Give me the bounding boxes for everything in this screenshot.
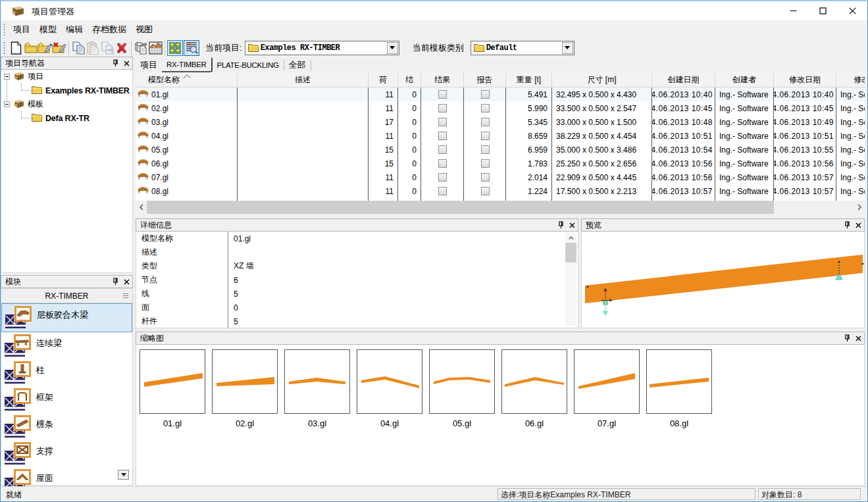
scroll-left-arrow[interactable] xyxy=(136,201,147,214)
column-header-weight[interactable]: 重量 [t] xyxy=(506,72,552,87)
thumbnails-view-toggle[interactable] xyxy=(167,40,183,56)
close-button[interactable] xyxy=(838,1,867,20)
close-panel-icon[interactable] xyxy=(569,222,575,228)
report-checkbox[interactable] xyxy=(481,132,490,140)
menu-item-5[interactable]: 视图 xyxy=(131,21,157,38)
menu-item-1[interactable]: 项目 xyxy=(9,21,35,38)
tree-leaf-1-1[interactable]: Examples RX-TIMBER xyxy=(28,84,132,97)
results-checkbox[interactable] xyxy=(438,173,447,182)
column-header-created[interactable]: 创建日期 xyxy=(652,72,715,87)
column-header-report[interactable]: 报告 xyxy=(464,72,506,87)
results-checkbox[interactable] xyxy=(438,104,447,113)
menubar-grip[interactable] xyxy=(3,22,6,37)
menu-item-4[interactable]: 存档数据 xyxy=(88,21,131,38)
report-checkbox[interactable] xyxy=(481,173,490,182)
table-row-08.gl[interactable]: 08.gl1101.22417.500 x 0.500 x 2.21314.06… xyxy=(136,184,865,198)
tab-全部[interactable]: 全部 xyxy=(284,57,311,72)
tree-leaf-2-1[interactable]: Defa RX-TR xyxy=(28,111,132,125)
report-checkbox[interactable] xyxy=(481,145,490,154)
delete-button[interactable] xyxy=(115,40,129,56)
details-scrollbar[interactable] xyxy=(565,232,576,326)
thumbnail-08.gl[interactable]: 08.gl xyxy=(646,349,712,428)
details-view-toggle[interactable] xyxy=(184,40,199,56)
picture-table-button[interactable] xyxy=(148,40,163,56)
module-item-1[interactable]: 层板胶合木梁 xyxy=(1,303,132,332)
results-checkbox[interactable] xyxy=(438,132,447,140)
column-header-size[interactable]: 尺寸 [m] xyxy=(552,72,652,87)
close-panel-icon[interactable] xyxy=(855,336,861,341)
report-checkbox[interactable] xyxy=(481,159,490,168)
tree-collapse-icon[interactable] xyxy=(4,101,10,107)
thumbnail-05.gl[interactable]: 05.gl xyxy=(429,349,495,428)
maximize-button[interactable] xyxy=(808,1,838,20)
column-header-modified[interactable]: 修改日期 xyxy=(774,72,836,87)
close-panel-icon[interactable] xyxy=(124,61,130,66)
thumbnail-02.gl[interactable]: 02.gl xyxy=(212,349,278,428)
table-row-01.gl[interactable]: 01.gl1105.49132.495 x 0.500 x 4.43014.06… xyxy=(136,88,865,101)
minimize-button[interactable] xyxy=(779,1,808,20)
module-item-4[interactable]: 框架 xyxy=(1,386,132,413)
thumbnail-07.gl[interactable]: 07.gl xyxy=(574,349,640,428)
project-combo-arrow[interactable] xyxy=(387,42,398,54)
pin-icon[interactable] xyxy=(113,59,118,67)
close-panel-icon[interactable] xyxy=(124,279,130,285)
tree-node-1[interactable]: 项目 xyxy=(1,70,132,84)
results-checkbox[interactable] xyxy=(438,145,447,154)
tree-collapse-icon[interactable] xyxy=(4,74,10,80)
table-row-02.gl[interactable]: 02.gl1105.99033.500 x 0.500 x 2.54714.06… xyxy=(136,101,865,115)
current-project-combo[interactable]: Examples RX-TIMBER xyxy=(245,41,399,55)
close-panel-icon[interactable] xyxy=(855,222,861,228)
tab-RX-TIMBER[interactable]: RX-TIMBER xyxy=(162,57,211,72)
template-category-combo[interactable]: Default xyxy=(471,41,574,55)
pin-icon[interactable] xyxy=(558,221,564,229)
tree-node-2[interactable]: 模板 xyxy=(1,97,132,111)
results-checkbox[interactable] xyxy=(438,118,447,126)
report-checkbox[interactable] xyxy=(481,187,490,195)
module-item-3[interactable]: 柱 xyxy=(1,359,132,386)
paste-button[interactable] xyxy=(86,40,100,56)
scrollbar-thumb[interactable] xyxy=(147,201,774,214)
column-header-creator[interactable]: 创建者 xyxy=(715,72,774,87)
column-header-lc[interactable]: 结 xyxy=(398,72,421,87)
new-project-button[interactable] xyxy=(23,40,38,56)
new-model-button[interactable] xyxy=(9,40,23,56)
results-checkbox[interactable] xyxy=(438,159,447,168)
category-combo-arrow[interactable] xyxy=(562,42,573,54)
table-row-04.gl[interactable]: 04.gl1108.65938.229 x 0.500 x 4.45414.06… xyxy=(136,129,865,143)
scroll-right-arrow[interactable] xyxy=(854,201,865,214)
open-project-button[interactable] xyxy=(38,40,52,56)
toolbar-grip[interactable] xyxy=(3,41,6,55)
tab-项目[interactable]: 项目 xyxy=(136,57,162,72)
database-export-button[interactable] xyxy=(134,40,148,56)
report-checkbox[interactable] xyxy=(481,104,490,113)
menu-item-2[interactable]: 模型 xyxy=(35,21,61,38)
table-horizontal-scrollbar[interactable] xyxy=(136,201,865,214)
scroll-up-arrow[interactable] xyxy=(565,234,576,241)
module-item-6[interactable]: 支撑 xyxy=(1,440,132,467)
column-header-modifier[interactable]: 修改者 xyxy=(836,72,865,87)
thumbnail-04.gl[interactable]: 04.gl xyxy=(357,349,422,428)
module-group-header[interactable]: RX-TIMBER xyxy=(1,289,132,303)
table-row-07.gl[interactable]: 07.gl1102.01422.909 x 0.500 x 4.44514.06… xyxy=(136,170,865,184)
thumbnail-03.gl[interactable]: 03.gl xyxy=(284,349,350,428)
module-item-5[interactable]: 檩条 xyxy=(1,413,132,440)
report-checkbox[interactable] xyxy=(481,118,490,126)
copy-button[interactable] xyxy=(71,40,86,56)
pin-icon[interactable] xyxy=(113,278,118,286)
report-checkbox[interactable] xyxy=(481,90,490,99)
table-row-03.gl[interactable]: 03.gl1705.34533.000 x 0.500 x 1.50014.06… xyxy=(136,115,865,129)
thumbnail-01.gl[interactable]: 01.gl xyxy=(140,349,205,428)
results-checkbox[interactable] xyxy=(438,187,447,195)
delete-project-button[interactable] xyxy=(52,40,66,56)
column-header-loads[interactable]: 荷 xyxy=(369,72,398,87)
scrollbar-thumb[interactable] xyxy=(565,243,576,263)
pin-icon[interactable] xyxy=(844,334,850,342)
module-list-scroll-down-button[interactable] xyxy=(118,470,129,480)
menu-item-3[interactable]: 编辑 xyxy=(61,21,88,38)
thumbnail-06.gl[interactable]: 06.gl xyxy=(501,349,567,428)
results-checkbox[interactable] xyxy=(438,90,447,99)
module-item-2[interactable]: 连续梁 xyxy=(1,332,132,359)
column-header-results[interactable]: 结果 xyxy=(421,72,464,87)
pin-icon[interactable] xyxy=(844,221,850,229)
table-row-05.gl[interactable]: 05.gl1506.95935.000 x 0.500 x 3.48614.06… xyxy=(136,143,865,157)
